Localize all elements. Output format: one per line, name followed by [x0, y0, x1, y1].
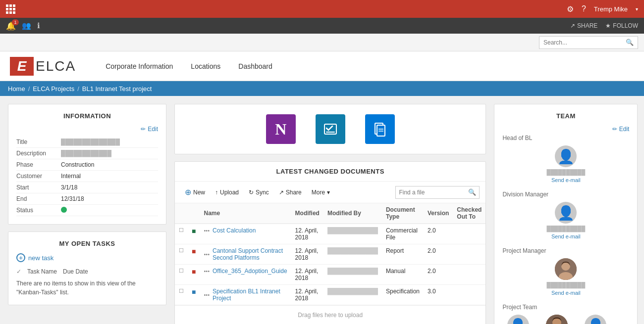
more-button[interactable]: More ▾ [308, 187, 334, 198]
task-check-icon: ✓ [16, 268, 21, 275]
value-description: ████████████ [61, 150, 111, 157]
user-dropdown-arrow[interactable]: ▾ [636, 6, 638, 12]
sync-label: Sync [256, 189, 269, 196]
info-row-description: Description ████████████ [16, 148, 158, 159]
team-edit-row: ✏ Edit [502, 126, 629, 133]
search-icon: 🔍 [626, 39, 634, 46]
team-edit-label: Edit [619, 126, 630, 133]
label-end: End [16, 195, 61, 202]
new-task-button[interactable]: + new task [16, 253, 158, 262]
row-doc-type: Commercial File [382, 224, 424, 244]
head-of-bl-member: 👤 ██████████ Send e-mail [502, 145, 629, 183]
row-name[interactable]: ••• Office_365_Adoption_Guide [200, 265, 291, 285]
row-name[interactable]: ••• Cost Calculation [200, 224, 291, 244]
row-doc-type: Specification [382, 285, 424, 305]
settings-icon[interactable]: ⚙ [567, 4, 574, 14]
row-filetype-icon: ■ [188, 265, 200, 285]
row-modified: 12. April, 2018 [291, 244, 323, 265]
share-label: SHARE [577, 22, 597, 29]
doc-search-input[interactable] [399, 189, 468, 196]
info-row-status: Status [16, 205, 158, 216]
table-row[interactable]: ☐ ■ ••• Cantonal Support Contract Second… [175, 244, 485, 265]
breadcrumb-home[interactable]: Home [8, 85, 25, 93]
info-row-phase: Phase Construction [16, 159, 158, 171]
head-of-bl-avatar: 👤 [555, 145, 577, 167]
table-row[interactable]: ☐ ■ ••• Specification BL1 Intranet Proje… [175, 285, 485, 305]
col-modifiedby: Modified By [323, 203, 382, 224]
project-manager-email[interactable]: Send e-mail [551, 290, 581, 296]
doc-toolbar: ⊕ New ↑ Upload ↻ Sync ↗ Share More ▾ [175, 182, 485, 203]
row-version: 2.0 [424, 265, 453, 285]
row-checked-out [453, 265, 485, 285]
notification-bell[interactable]: 🔔 1 [6, 21, 16, 31]
division-manager-avatar: 👤 [555, 202, 577, 224]
user-name[interactable]: Tremp Mike [594, 5, 628, 13]
ellipsis-menu-btn[interactable]: ••• [204, 292, 210, 298]
team-member-1-avatar: 👤 [507, 315, 529, 324]
row-check[interactable]: ☐ [175, 265, 188, 285]
more-chevron-icon: ▾ [327, 189, 330, 196]
task-header: ✓ Task Name Due Date [16, 268, 158, 275]
ellipsis-menu-btn[interactable]: ••• [204, 268, 210, 274]
app-grid-icon[interactable] [6, 4, 15, 14]
division-manager-section: Division Manager 👤 ██████████ Send e-mai… [502, 191, 629, 239]
info-row-end: End 12/31/18 [16, 193, 158, 205]
search-input[interactable] [543, 39, 626, 46]
new-button[interactable]: ⊕ New [181, 185, 209, 199]
top-bar-right: ⚙ ? Tremp Mike ▾ [567, 4, 638, 14]
division-manager-title: Division Manager [502, 191, 629, 198]
team-member-2: ████████ Send e-mail [541, 315, 572, 324]
project-team-title: Project Team [502, 304, 629, 311]
info-row-customer: Customer Internal [16, 171, 158, 182]
row-version: 2.0 [424, 224, 453, 244]
ellipsis-menu-btn[interactable]: ••• [204, 228, 210, 233]
tasks-icon[interactable] [316, 114, 345, 144]
nav-link-dashboard[interactable]: Dashboard [238, 62, 272, 70]
row-check[interactable]: ☐ [175, 224, 188, 244]
upload-icon: ↑ [215, 189, 218, 196]
col-doctype: Document Type [382, 203, 424, 224]
row-check[interactable]: ☐ [175, 244, 188, 265]
top-bar: ⚙ ? Tremp Mike ▾ [0, 0, 644, 18]
row-checked-out [453, 244, 485, 265]
nav-link-locations[interactable]: Locations [191, 62, 220, 70]
label-phase: Phase [16, 161, 61, 168]
row-modified-by: ████████████ [323, 265, 382, 285]
table-row[interactable]: ☐ ■ ••• Cost Calculation 12. April, 2018… [175, 224, 485, 244]
share-button[interactable]: ↗ SHARE [570, 22, 597, 29]
row-check[interactable]: ☐ [175, 285, 188, 305]
share-icon: ↗ [570, 22, 575, 29]
head-of-bl-email[interactable]: Send e-mail [551, 177, 581, 183]
status-dot [61, 207, 67, 213]
team-edit-button[interactable]: ✏ Edit [612, 126, 630, 133]
documents-icon[interactable] [365, 114, 395, 144]
division-manager-email[interactable]: Send e-mail [551, 233, 581, 239]
doc-table: Name Modified Modified By Document Type … [175, 203, 485, 305]
onenote-icon[interactable]: N [266, 114, 296, 144]
row-checked-out [453, 224, 485, 244]
row-filetype-icon: ■ [188, 285, 200, 305]
nav-link-corporate[interactable]: Corporate Information [106, 62, 173, 70]
search-wrap: 🔍 [539, 36, 638, 49]
sync-button[interactable]: ↻ Sync [245, 187, 273, 198]
follow-button[interactable]: ★ FOLLOW [605, 22, 638, 29]
row-name[interactable]: ••• Specification BL1 Intranet Project [200, 285, 291, 305]
bar-icon-info: ℹ [37, 21, 40, 30]
share-doc-button[interactable]: ↗ Share [275, 187, 306, 198]
table-row[interactable]: ☐ ■ ••• Office_365_Adoption_Guide 12. Ap… [175, 265, 485, 285]
breadcrumb-projects[interactable]: ELCA Projects [33, 85, 74, 93]
project-manager-name: ██████████ [546, 282, 585, 288]
doc-search-wrap: 🔍 [395, 186, 480, 199]
ellipsis-menu-btn[interactable]: ••• [204, 251, 210, 257]
row-version: 3.0 [424, 285, 453, 305]
upload-button[interactable]: ↑ Upload [211, 187, 243, 198]
help-icon[interactable]: ? [582, 4, 586, 13]
info-edit-button[interactable]: ✏ Edit [141, 126, 158, 133]
edit-label: Edit [148, 126, 158, 133]
row-name[interactable]: ••• Cantonal Support Contract Second Pla… [200, 244, 291, 265]
due-date-header: Due Date [63, 268, 88, 275]
value-phase: Construction [61, 161, 94, 168]
new-task-circle-icon: + [16, 253, 25, 262]
share-doc-icon: ↗ [279, 189, 284, 196]
info-panel-title: INFORMATION [16, 112, 158, 120]
